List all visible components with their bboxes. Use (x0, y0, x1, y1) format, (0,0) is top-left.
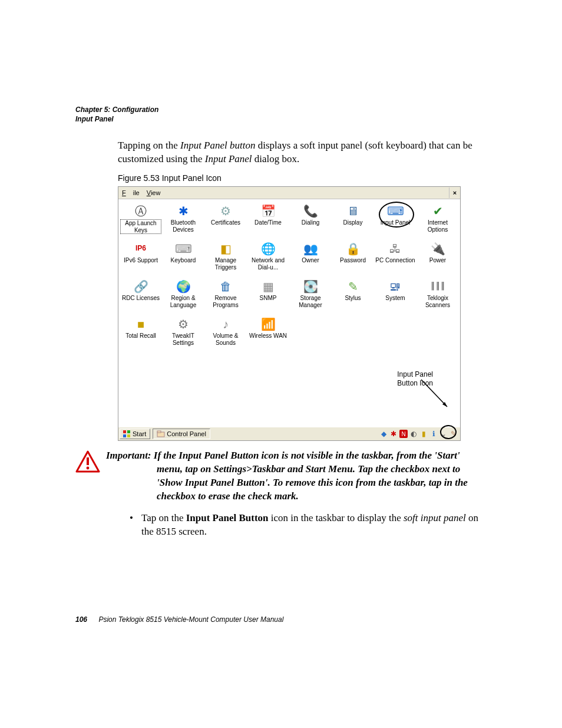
applet-icon: ♪ (217, 316, 234, 332)
svg-rect-2 (123, 430, 126, 433)
control-panel-item[interactable]: ✎Stylus (332, 278, 373, 315)
icon-area: ⒶApp Launch Keys✱Bluetooth Devices⚙Certi… (118, 199, 460, 427)
footer-title: Psion Teklogix 8515 Vehicle-Mount Comput… (98, 615, 283, 624)
svg-rect-9 (87, 457, 89, 465)
control-panel-item[interactable]: ║║║Teklogix Scanners (417, 278, 458, 315)
tray-icon[interactable]: ◐ (409, 430, 418, 438)
applet-label: Total Recall (125, 332, 156, 340)
applet-icon: ▦ (259, 278, 277, 295)
close-button[interactable]: × (449, 187, 460, 198)
text-em: Input Panel (205, 153, 252, 164)
menu-view[interactable]: View (143, 188, 164, 197)
tray-icon[interactable]: ℹ (429, 430, 438, 438)
control-panel-item[interactable]: ♪Volume & Sounds (205, 316, 246, 353)
applet-icon: ◧ (217, 241, 234, 257)
svg-marker-1 (442, 402, 447, 407)
applet-label: System (385, 295, 405, 302)
control-panel-item[interactable]: 🖥Display (332, 203, 373, 239)
applet-label: Network and Dial-u... (247, 257, 289, 271)
control-panel-item[interactable]: ⚙TweakIT Settings (163, 316, 204, 353)
tray-icon[interactable]: ◆ (379, 430, 388, 438)
applet-icon: 🗑 (217, 278, 234, 295)
menu-bar: File View × (118, 187, 460, 199)
applet-label: Volume & Sounds (205, 332, 246, 346)
important-line: menu, tap on Settings>Taskbar and Start … (157, 463, 468, 476)
chapter-line: Chapter 5: Configuration (75, 105, 488, 114)
text: Tapping on the (118, 140, 180, 151)
control-panel-item[interactable]: ■Total Recall (120, 316, 161, 353)
applet-icon: ⌨ (386, 203, 404, 219)
control-panel-item[interactable]: 🌍Region & Language (163, 278, 204, 315)
applet-label: Storage Manager (290, 295, 331, 308)
applet-icon: 🖳 (386, 278, 404, 295)
text-em: soft input panel (404, 512, 466, 523)
system-tray: ◆ ✱ N ◐ ▮ ℹ ⌄ ✎ (377, 430, 460, 438)
applet-label: TweakIT Settings (163, 332, 204, 346)
applet-label: Power (429, 257, 446, 264)
control-panel-item[interactable]: 👥Owner (290, 241, 331, 277)
control-panel-item[interactable]: ▦SNMP (247, 278, 289, 315)
applet-label: Wireless WAN (249, 332, 287, 340)
folder-icon (157, 430, 165, 438)
tray-icon[interactable]: N (399, 430, 408, 438)
control-panel-item[interactable]: 🔒Password (332, 241, 373, 277)
important-line: If the Input Panel Button icon is not vi… (151, 450, 460, 461)
applet-label: App Launch Keys (120, 219, 161, 234)
section-line: Input Panel (75, 114, 488, 124)
applet-label: Input Panel (381, 219, 411, 226)
important-note: Important: If the Input Panel Button ico… (75, 449, 488, 503)
control-panel-item[interactable]: 🌐Network and Dial-u... (247, 241, 289, 277)
applet-icon: 🔌 (429, 241, 447, 257)
control-panel-item[interactable]: ◧Manage Triggers (205, 241, 246, 277)
control-panel-item[interactable]: ⚙Certificates (205, 203, 246, 239)
applet-label: Manage Triggers (205, 257, 246, 271)
taskbar-item-control-panel[interactable]: Control Panel (153, 429, 210, 439)
applet-label: Date/Time (254, 219, 282, 226)
control-panel-item[interactable]: 📅Date/Time (247, 203, 289, 239)
applet-icon: IP6 (132, 241, 150, 257)
control-panel-item[interactable]: ⌨Input Panel (375, 203, 416, 239)
menu-file[interactable]: File (118, 188, 143, 197)
control-panel-item[interactable]: 📶Wireless WAN (247, 316, 289, 353)
important-line: checkbox to erase the check mark. (157, 490, 468, 503)
control-panel-item[interactable]: 🖳System (375, 278, 416, 315)
control-panel-item[interactable]: ✱Bluetooth Devices (163, 203, 204, 239)
control-panel-item[interactable]: IP6IPv6 Support (120, 241, 161, 277)
input-panel-button-icon[interactable]: ✎ (449, 430, 458, 438)
applet-icon: 🔒 (344, 241, 362, 257)
start-button[interactable]: Start (120, 429, 150, 439)
applet-icon: ⚙ (217, 203, 234, 219)
text: icon in the taskbar to display the (269, 512, 404, 523)
applet-icon: Ⓐ (132, 203, 150, 219)
applet-label: IPv6 Support (124, 257, 158, 264)
windows-logo-icon (123, 430, 131, 438)
applet-label: Password (340, 257, 366, 264)
applet-label: Keyboard (171, 257, 196, 264)
control-panel-item[interactable]: 🔌Power (417, 241, 458, 277)
applet-icon: ✔ (429, 203, 447, 219)
control-panel-item[interactable]: ✔Internet Options (417, 203, 458, 239)
control-panel-item[interactable]: 📞Dialing (290, 203, 331, 239)
tray-icon[interactable]: ▮ (419, 430, 428, 438)
applet-label: Remove Programs (205, 295, 246, 308)
control-panel-item[interactable]: 🗑Remove Programs (205, 278, 246, 315)
applet-label: RDC Licenses (122, 295, 160, 302)
text: dialog box. (252, 153, 300, 164)
applet-icon: ⚙ (174, 316, 192, 332)
control-panel-item[interactable]: 💽Storage Manager (290, 278, 331, 315)
applet-icon: 💽 (302, 278, 319, 295)
page-number: 106 (75, 615, 87, 624)
control-panel-item[interactable]: ⒶApp Launch Keys (120, 203, 161, 239)
svg-rect-3 (127, 430, 130, 433)
applet-icon: 📅 (259, 203, 277, 219)
control-panel-item[interactable]: ⌨Keyboard (163, 241, 204, 277)
control-panel-item[interactable]: 🖧PC Connection (375, 241, 416, 277)
figure-caption: Figure 5.53 Input Panel Icon (118, 173, 488, 183)
applet-label: PC Connection (375, 257, 415, 264)
tray-icon[interactable]: ⌄ (439, 430, 448, 438)
tray-icon[interactable]: ✱ (389, 430, 398, 438)
task-label: Control Panel (167, 430, 206, 437)
applet-icon: ■ (132, 316, 150, 332)
applet-label: Internet Options (417, 219, 458, 233)
control-panel-item[interactable]: 🔗RDC Licenses (120, 278, 161, 315)
